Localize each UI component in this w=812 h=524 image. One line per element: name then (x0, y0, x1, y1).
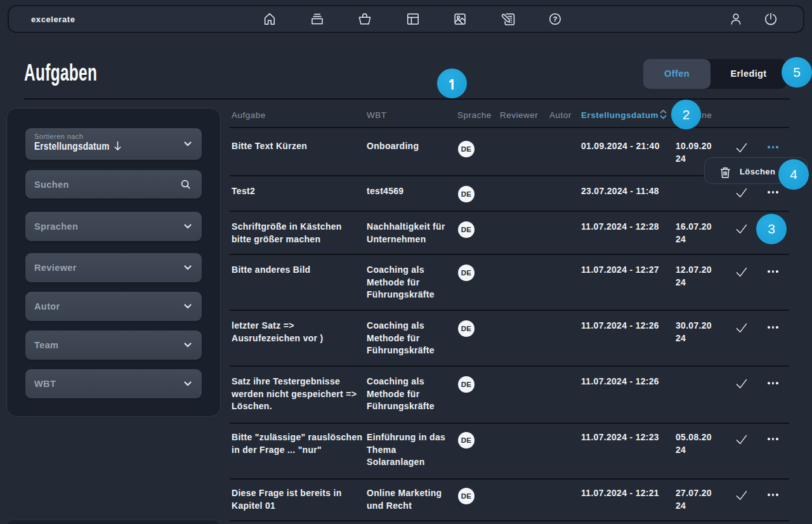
svg-text:?: ? (553, 15, 557, 23)
